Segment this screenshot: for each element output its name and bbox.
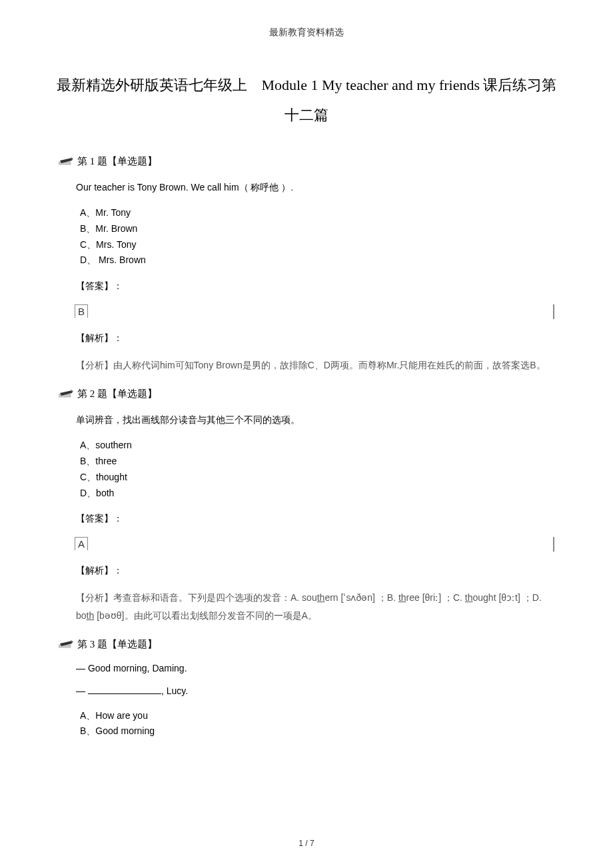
analysis-part: ern [ˈsʌðən] ；B.: [324, 592, 398, 603]
analysis-part: [bəʊθ]。由此可以看出划线部分发音不同的一项是A。: [94, 610, 317, 621]
analysis-part: ree [θriː] ；C.: [406, 592, 465, 603]
question-block-1: 第 1 题【单选题】 Our teacher is Tony Brown. We…: [59, 155, 554, 374]
analysis-text: 【分析】考查音标和语音。下列是四个选项的发音：A. southern [ˈsʌð…: [76, 589, 554, 624]
option-c: C、Mrs. Tony: [80, 237, 554, 253]
underlined-th: th: [465, 592, 473, 603]
answer-label: 【答案】：: [76, 513, 554, 525]
answer-line-marker: [553, 304, 554, 319]
option-b: B、Mr. Brown: [80, 221, 554, 237]
options-list: A、southern B、three C、thought D、both: [80, 438, 554, 501]
document-title-line2: 十二篇: [0, 105, 613, 125]
dialog-line-1: — Good morning, Daming.: [76, 663, 554, 673]
answer-box: A: [75, 537, 554, 550]
option-b: B、Good morning: [80, 723, 554, 739]
pen-icon: [59, 640, 73, 649]
question-header: 第 3 题【单选题】: [59, 638, 554, 651]
dialog-line-2: — , Lucy.: [76, 685, 554, 696]
option-b: B、three: [80, 454, 554, 470]
option-d: D、 Mrs. Brown: [80, 252, 554, 268]
answer-line-marker: [553, 537, 554, 552]
analysis-label: 【解析】：: [76, 332, 554, 344]
analysis-part: 【分析】考查音标和语音。下列是四个选项的发音：A. sou: [76, 592, 317, 603]
option-a: A、Mr. Tony: [80, 205, 554, 221]
answer-value: A: [75, 537, 88, 550]
underlined-th: th: [87, 610, 95, 621]
question-label: 第 3 题【单选题】: [77, 638, 157, 651]
answer-box: B: [75, 304, 554, 318]
pen-icon: [59, 389, 73, 398]
answer-value: B: [75, 304, 88, 318]
option-a: A、southern: [80, 438, 554, 454]
options-list: A、How are you B、Good morning: [80, 708, 554, 740]
analysis-label: 【解析】：: [76, 565, 554, 577]
dialog-prefix: —: [76, 685, 88, 696]
analysis-text: 【分析】由人称代词him可知Tony Brown是男的，故排除C、D两项。而尊称…: [76, 356, 554, 374]
answer-label: 【答案】：: [76, 280, 554, 292]
question-block-3: 第 3 题【单选题】 — Good morning, Daming. — , L…: [59, 638, 554, 740]
underlined-th: th: [398, 592, 406, 603]
question-header: 第 1 题【单选题】: [59, 155, 554, 168]
page-header: 最新教育资料精选: [0, 27, 613, 39]
question-label: 第 1 题【单选题】: [77, 155, 157, 168]
dialog-suffix: , Lucy.: [161, 685, 188, 696]
document-title-line1: 最新精选外研版英语七年级上 Module 1 My teacher and my…: [0, 72, 613, 99]
content-area: 第 1 题【单选题】 Our teacher is Tony Brown. We…: [0, 155, 613, 740]
question-text: 单词辨音，找出画线部分读音与其他三个不同的选项。: [76, 412, 554, 427]
page-footer: 1 / 7: [0, 839, 613, 848]
question-label: 第 2 题【单选题】: [77, 388, 157, 400]
option-d: D、both: [80, 486, 554, 502]
blank-line: [88, 693, 161, 694]
option-c: C、thought: [80, 470, 554, 486]
question-block-2: 第 2 题【单选题】 单词辨音，找出画线部分读音与其他三个不同的选项。 A、so…: [59, 388, 554, 625]
options-list: A、Mr. Tony B、Mr. Brown C、Mrs. Tony D、 Mr…: [80, 205, 554, 268]
question-header: 第 2 题【单选题】: [59, 388, 554, 400]
pen-icon: [59, 157, 73, 166]
question-text: Our teacher is Tony Brown. We call him（ …: [76, 180, 554, 195]
option-a: A、How are you: [80, 708, 554, 724]
underlined-th: th: [317, 592, 325, 603]
